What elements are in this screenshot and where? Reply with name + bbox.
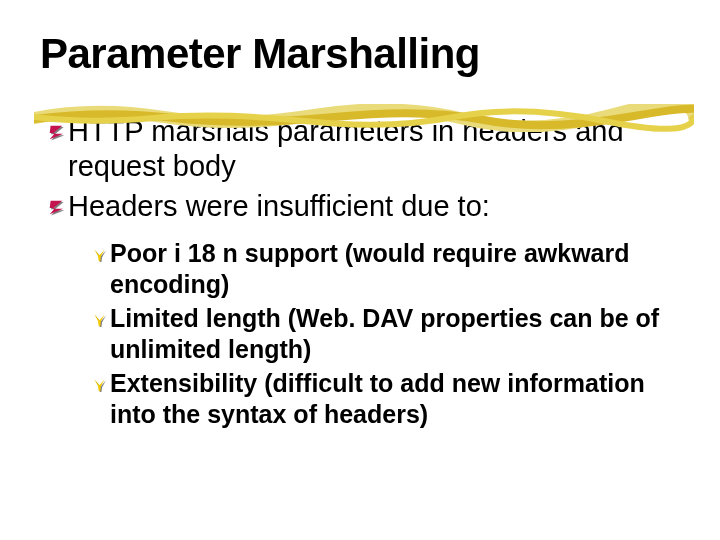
list-item: Extensibility (difficult to add new info… [90, 368, 680, 429]
y-bullet-icon [90, 370, 108, 398]
y-bullet-icon [90, 305, 108, 333]
list-item: Poor i 18 n support (would require awkwa… [90, 238, 680, 299]
title-area: Parameter Marshalling [40, 32, 680, 76]
sub-bullet-text: Limited length (Web. DAV properties can … [110, 303, 680, 364]
main-bullet-list: HTTP marshals parameters in headers and … [46, 114, 680, 429]
slide: Parameter Marshalling HTTP marshals para… [0, 0, 720, 540]
sub-bullet-text: Extensibility (difficult to add new info… [110, 368, 680, 429]
z-bullet-icon [46, 191, 66, 223]
y-bullet-icon [90, 240, 108, 268]
list-item: HTTP marshals parameters in headers and … [46, 114, 680, 185]
list-item: Limited length (Web. DAV properties can … [90, 303, 680, 364]
bullet-text: Headers were insufficient due to: [68, 189, 680, 224]
sub-bullet-text: Poor i 18 n support (would require awkwa… [110, 238, 680, 299]
slide-title: Parameter Marshalling [40, 32, 680, 76]
bullet-text: HTTP marshals parameters in headers and … [68, 114, 680, 185]
sub-bullet-list: Poor i 18 n support (would require awkwa… [90, 238, 680, 429]
list-item: Headers were insufficient due to: [46, 189, 680, 224]
z-bullet-icon [46, 116, 66, 148]
